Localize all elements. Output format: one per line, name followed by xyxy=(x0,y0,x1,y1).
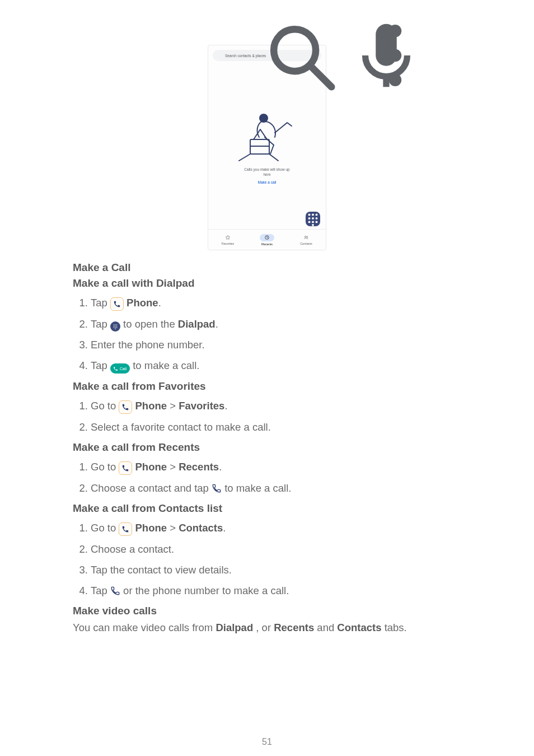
tab-favorites[interactable]: Favorites xyxy=(208,230,247,250)
phone-app-icon xyxy=(110,297,124,311)
heading-contacts: Make a call from Contacts list xyxy=(73,502,461,515)
page-number: 51 xyxy=(0,737,534,747)
call-button-icon: Call xyxy=(110,363,130,374)
list-item: Tap Call to make a call. xyxy=(91,356,461,377)
phone-outline-icon xyxy=(110,586,120,596)
heading-favorites: Make a call from Favorites xyxy=(73,380,461,393)
list-item: Go to Phone > Contacts. xyxy=(91,518,461,539)
list-item: Go to Phone > Favorites. xyxy=(91,396,461,417)
list-item: Select a favorite contact to make a call… xyxy=(91,417,461,438)
empty-state-illustration xyxy=(233,106,301,162)
heading-recents: Make a call from Recents xyxy=(73,441,461,454)
phone-app-icon xyxy=(119,400,132,414)
steps-favorites: Go to Phone > Favorites. Select a favori… xyxy=(73,396,461,438)
search-placeholder: Search contacts & places xyxy=(225,54,299,58)
dialpad-icon xyxy=(110,321,120,332)
list-item: Go to Phone > Recents. xyxy=(91,457,461,478)
list-item: Enter the phone number. xyxy=(91,335,461,356)
list-item: Choose a contact. xyxy=(91,539,461,560)
list-item: Tap Phone. xyxy=(91,293,461,314)
phone-app-icon xyxy=(119,461,132,475)
steps-contacts: Go to Phone > Contacts. Choose a contact… xyxy=(73,518,461,601)
heading-video: Make video calls xyxy=(73,605,461,617)
list-item: Choose a contact and tap to make a call. xyxy=(91,478,461,499)
list-item: Tap the contact to view details. xyxy=(91,560,461,581)
search-bar[interactable]: Search contacts & places xyxy=(213,50,321,61)
phone-screenshot: Search contacts & places xyxy=(208,45,326,250)
tab-label: Recents xyxy=(261,242,273,246)
list-item: Tap to open the Dialpad. xyxy=(91,314,461,335)
phone-app-icon xyxy=(119,522,132,536)
document-page: Search contacts & places xyxy=(0,0,534,756)
tab-recents[interactable]: Recents xyxy=(247,230,287,250)
dialpad-fab[interactable] xyxy=(306,212,320,226)
svg-point-22 xyxy=(260,114,268,122)
heading-dialpad: Make a call with Dialpad xyxy=(73,277,461,290)
tab-label: Favorites xyxy=(222,242,235,245)
steps-recents: Go to Phone > Recents. Choose a contact … xyxy=(73,457,461,499)
phone-outline-icon xyxy=(212,483,222,493)
steps-dialpad: Tap Phone. Tap to open the Dialpad. Ente… xyxy=(73,293,461,377)
empty-state-text: Calls you make will show up here xyxy=(244,167,289,177)
list-item: Tap or the phone number to make a call. xyxy=(91,581,461,601)
heading-make-a-call: Make a Call xyxy=(73,262,461,274)
video-paragraph: You can make video calls from Dialpad , … xyxy=(73,622,461,634)
make-call-link[interactable]: Make a call xyxy=(258,180,277,184)
